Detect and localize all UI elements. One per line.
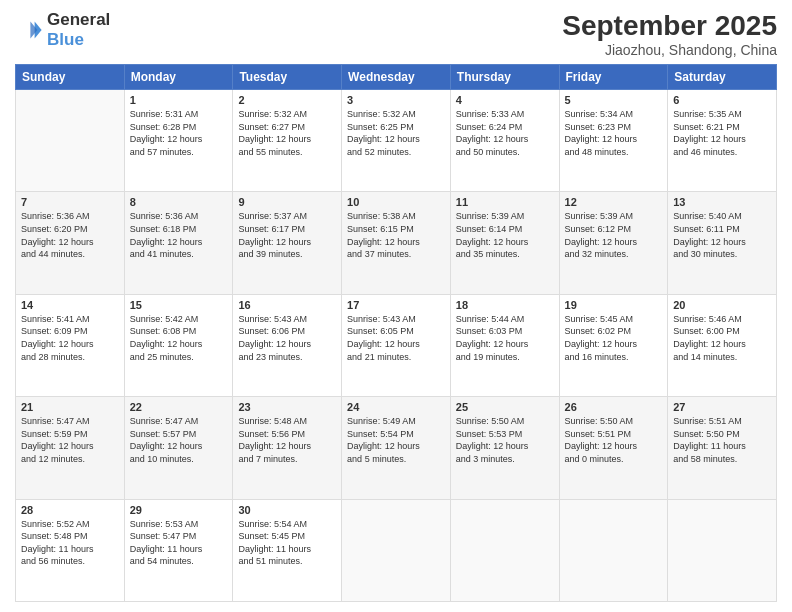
day-number: 30: [238, 504, 336, 516]
day-info: Sunrise: 5:35 AMSunset: 6:21 PMDaylight:…: [673, 108, 771, 158]
calendar-cell: 5Sunrise: 5:34 AMSunset: 6:23 PMDaylight…: [559, 90, 668, 192]
calendar-cell: 8Sunrise: 5:36 AMSunset: 6:18 PMDaylight…: [124, 192, 233, 294]
day-info: Sunrise: 5:41 AMSunset: 6:09 PMDaylight:…: [21, 313, 119, 363]
day-info: Sunrise: 5:31 AMSunset: 6:28 PMDaylight:…: [130, 108, 228, 158]
day-info: Sunrise: 5:50 AMSunset: 5:53 PMDaylight:…: [456, 415, 554, 465]
day-number: 6: [673, 94, 771, 106]
calendar-cell: 11Sunrise: 5:39 AMSunset: 6:14 PMDayligh…: [450, 192, 559, 294]
day-info: Sunrise: 5:36 AMSunset: 6:20 PMDaylight:…: [21, 210, 119, 260]
day-number: 12: [565, 196, 663, 208]
day-info: Sunrise: 5:43 AMSunset: 6:06 PMDaylight:…: [238, 313, 336, 363]
day-info: Sunrise: 5:36 AMSunset: 6:18 PMDaylight:…: [130, 210, 228, 260]
day-info: Sunrise: 5:54 AMSunset: 5:45 PMDaylight:…: [238, 518, 336, 568]
day-number: 21: [21, 401, 119, 413]
day-info: Sunrise: 5:52 AMSunset: 5:48 PMDaylight:…: [21, 518, 119, 568]
calendar-cell: 9Sunrise: 5:37 AMSunset: 6:17 PMDaylight…: [233, 192, 342, 294]
day-number: 7: [21, 196, 119, 208]
day-info: Sunrise: 5:46 AMSunset: 6:00 PMDaylight:…: [673, 313, 771, 363]
weekday-header-thursday: Thursday: [450, 65, 559, 90]
day-number: 26: [565, 401, 663, 413]
calendar-cell: 14Sunrise: 5:41 AMSunset: 6:09 PMDayligh…: [16, 294, 125, 396]
day-info: Sunrise: 5:40 AMSunset: 6:11 PMDaylight:…: [673, 210, 771, 260]
day-info: Sunrise: 5:34 AMSunset: 6:23 PMDaylight:…: [565, 108, 663, 158]
calendar-cell: 21Sunrise: 5:47 AMSunset: 5:59 PMDayligh…: [16, 397, 125, 499]
calendar-cell: 6Sunrise: 5:35 AMSunset: 6:21 PMDaylight…: [668, 90, 777, 192]
calendar-cell: 16Sunrise: 5:43 AMSunset: 6:06 PMDayligh…: [233, 294, 342, 396]
calendar-cell: 7Sunrise: 5:36 AMSunset: 6:20 PMDaylight…: [16, 192, 125, 294]
calendar-cell: [450, 499, 559, 601]
title-block: September 2025 Jiaozhou, Shandong, China: [562, 10, 777, 58]
day-number: 4: [456, 94, 554, 106]
calendar-cell: 18Sunrise: 5:44 AMSunset: 6:03 PMDayligh…: [450, 294, 559, 396]
calendar-cell: 12Sunrise: 5:39 AMSunset: 6:12 PMDayligh…: [559, 192, 668, 294]
day-number: 23: [238, 401, 336, 413]
calendar-cell: 23Sunrise: 5:48 AMSunset: 5:56 PMDayligh…: [233, 397, 342, 499]
day-number: 25: [456, 401, 554, 413]
calendar-cell: 10Sunrise: 5:38 AMSunset: 6:15 PMDayligh…: [342, 192, 451, 294]
day-number: 20: [673, 299, 771, 311]
day-number: 28: [21, 504, 119, 516]
day-number: 14: [21, 299, 119, 311]
weekday-header-friday: Friday: [559, 65, 668, 90]
calendar-cell: 27Sunrise: 5:51 AMSunset: 5:50 PMDayligh…: [668, 397, 777, 499]
calendar-cell: 2Sunrise: 5:32 AMSunset: 6:27 PMDaylight…: [233, 90, 342, 192]
logo-icon: [15, 16, 43, 44]
day-info: Sunrise: 5:32 AMSunset: 6:25 PMDaylight:…: [347, 108, 445, 158]
logo-text: General Blue: [47, 10, 110, 51]
day-number: 29: [130, 504, 228, 516]
calendar-cell: 26Sunrise: 5:50 AMSunset: 5:51 PMDayligh…: [559, 397, 668, 499]
calendar-cell: 15Sunrise: 5:42 AMSunset: 6:08 PMDayligh…: [124, 294, 233, 396]
calendar-cell: 28Sunrise: 5:52 AMSunset: 5:48 PMDayligh…: [16, 499, 125, 601]
day-info: Sunrise: 5:47 AMSunset: 5:57 PMDaylight:…: [130, 415, 228, 465]
calendar-cell: [668, 499, 777, 601]
day-number: 24: [347, 401, 445, 413]
calendar-cell: 17Sunrise: 5:43 AMSunset: 6:05 PMDayligh…: [342, 294, 451, 396]
logo: General Blue: [15, 10, 110, 51]
day-number: 5: [565, 94, 663, 106]
calendar-cell: 24Sunrise: 5:49 AMSunset: 5:54 PMDayligh…: [342, 397, 451, 499]
calendar-cell: 20Sunrise: 5:46 AMSunset: 6:00 PMDayligh…: [668, 294, 777, 396]
day-info: Sunrise: 5:45 AMSunset: 6:02 PMDaylight:…: [565, 313, 663, 363]
day-number: 17: [347, 299, 445, 311]
day-info: Sunrise: 5:39 AMSunset: 6:14 PMDaylight:…: [456, 210, 554, 260]
calendar-cell: 29Sunrise: 5:53 AMSunset: 5:47 PMDayligh…: [124, 499, 233, 601]
week-row-1: 1Sunrise: 5:31 AMSunset: 6:28 PMDaylight…: [16, 90, 777, 192]
day-number: 18: [456, 299, 554, 311]
day-number: 15: [130, 299, 228, 311]
day-info: Sunrise: 5:51 AMSunset: 5:50 PMDaylight:…: [673, 415, 771, 465]
calendar-cell: 1Sunrise: 5:31 AMSunset: 6:28 PMDaylight…: [124, 90, 233, 192]
day-info: Sunrise: 5:44 AMSunset: 6:03 PMDaylight:…: [456, 313, 554, 363]
day-number: 3: [347, 94, 445, 106]
day-number: 10: [347, 196, 445, 208]
day-info: Sunrise: 5:38 AMSunset: 6:15 PMDaylight:…: [347, 210, 445, 260]
page: General Blue September 2025 Jiaozhou, Sh…: [0, 0, 792, 612]
day-number: 8: [130, 196, 228, 208]
day-info: Sunrise: 5:32 AMSunset: 6:27 PMDaylight:…: [238, 108, 336, 158]
day-info: Sunrise: 5:50 AMSunset: 5:51 PMDaylight:…: [565, 415, 663, 465]
day-info: Sunrise: 5:47 AMSunset: 5:59 PMDaylight:…: [21, 415, 119, 465]
day-info: Sunrise: 5:53 AMSunset: 5:47 PMDaylight:…: [130, 518, 228, 568]
weekday-header-row: SundayMondayTuesdayWednesdayThursdayFrid…: [16, 65, 777, 90]
day-number: 13: [673, 196, 771, 208]
header: General Blue September 2025 Jiaozhou, Sh…: [15, 10, 777, 58]
calendar-cell: 30Sunrise: 5:54 AMSunset: 5:45 PMDayligh…: [233, 499, 342, 601]
day-number: 9: [238, 196, 336, 208]
week-row-2: 7Sunrise: 5:36 AMSunset: 6:20 PMDaylight…: [16, 192, 777, 294]
day-info: Sunrise: 5:42 AMSunset: 6:08 PMDaylight:…: [130, 313, 228, 363]
calendar-cell: 13Sunrise: 5:40 AMSunset: 6:11 PMDayligh…: [668, 192, 777, 294]
calendar-cell: 4Sunrise: 5:33 AMSunset: 6:24 PMDaylight…: [450, 90, 559, 192]
calendar-table: SundayMondayTuesdayWednesdayThursdayFrid…: [15, 64, 777, 602]
calendar-cell: [342, 499, 451, 601]
day-number: 2: [238, 94, 336, 106]
day-info: Sunrise: 5:49 AMSunset: 5:54 PMDaylight:…: [347, 415, 445, 465]
week-row-5: 28Sunrise: 5:52 AMSunset: 5:48 PMDayligh…: [16, 499, 777, 601]
weekday-header-monday: Monday: [124, 65, 233, 90]
location: Jiaozhou, Shandong, China: [562, 42, 777, 58]
week-row-4: 21Sunrise: 5:47 AMSunset: 5:59 PMDayligh…: [16, 397, 777, 499]
weekday-header-sunday: Sunday: [16, 65, 125, 90]
day-info: Sunrise: 5:48 AMSunset: 5:56 PMDaylight:…: [238, 415, 336, 465]
weekday-header-tuesday: Tuesday: [233, 65, 342, 90]
day-number: 22: [130, 401, 228, 413]
calendar-cell: 22Sunrise: 5:47 AMSunset: 5:57 PMDayligh…: [124, 397, 233, 499]
weekday-header-wednesday: Wednesday: [342, 65, 451, 90]
